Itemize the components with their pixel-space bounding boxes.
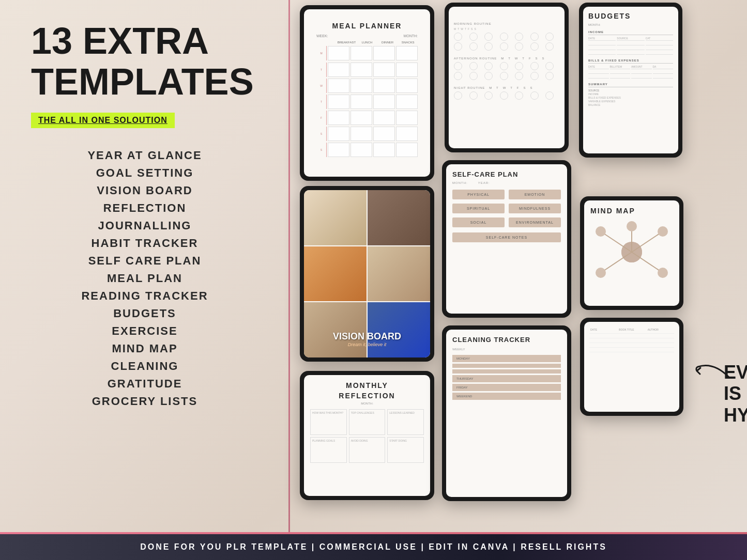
meal-row: F <box>316 111 418 125</box>
reading-row <box>589 349 674 352</box>
list-item: YEAR AT GLANCE <box>31 149 258 162</box>
meal-row: M <box>316 46 418 61</box>
cleaning-screen: CLEANING TRACKER WEEKLY MONDAY THURSDAY … <box>446 330 567 497</box>
hyperlink-callout: EVERY PAGE IS HYPERLINKED <box>724 362 747 426</box>
meal-row: S <box>316 127 418 141</box>
list-item: JOURNALLING <box>31 219 258 232</box>
reading-row <box>589 339 674 343</box>
night-routine: NIGHT ROUTINE M T W T F S S <box>454 86 559 100</box>
tablet-self-care: SELF-CARE PLAN MONTH: YEAR: PHYSICAL EMO… <box>442 160 571 318</box>
banner-text: DONE FOR YOU PLR TEMPLATE | COMMERCIAL U… <box>140 542 607 552</box>
reading-screen: DATE BOOK TITLE AUTHOR <box>584 322 679 412</box>
subtitle-badge: THE ALL IN ONE SOLOUTION <box>31 113 175 128</box>
tablet-reading-tracker: DATE BOOK TITLE AUTHOR <box>580 318 683 416</box>
meal-row: T <box>316 63 418 77</box>
svg-point-6 <box>596 226 606 237</box>
budgets-title: BUDGETS <box>588 12 673 20</box>
reading-header: DATE BOOK TITLE AUTHOR <box>589 327 674 334</box>
reading-row <box>589 335 674 338</box>
self-care-notes: SELF-CARE NOTES <box>452 232 561 242</box>
list-item: BUDGETS <box>31 307 258 320</box>
budgets-screen: BUDGETS MONTH: INCOME DATESOURCECAT BILL… <box>583 7 678 153</box>
left-panel: 13 EXTRA TEMPLATES THE ALL IN ONE SOLOUT… <box>0 0 289 506</box>
list-item: GOAL SETTING <box>31 166 258 180</box>
vision-family-img <box>304 302 367 357</box>
list-item: GROCERY LISTS <box>31 395 258 408</box>
list-item: GRATITUDE <box>31 377 258 391</box>
reflection-cell: AVOID DOING <box>349 437 386 463</box>
reading-row <box>589 344 674 348</box>
mind-map-visual <box>590 221 673 283</box>
svg-line-2 <box>632 231 663 252</box>
income-section: INCOME DATESOURCECAT <box>588 30 673 55</box>
bills-section: BILLS & FIXED EXPENSES DATEBILL/ITEMAMOU… <box>588 59 673 79</box>
svg-line-3 <box>601 252 632 273</box>
tablet-mind-map: MIND MAP <box>580 196 683 310</box>
title-line1: 13 EXTRA <box>31 20 209 61</box>
meal-row: T <box>316 95 418 109</box>
list-item: CLEANING <box>31 360 258 373</box>
reflection-screen: MONTHLY REFLECTION MONTH: HOW WAS THIS M… <box>304 375 430 496</box>
svg-point-7 <box>658 226 668 237</box>
tablet-budgets: BUDGETS MONTH: INCOME DATESOURCECAT BILL… <box>579 3 682 158</box>
list-item: REFLECTION <box>31 201 258 215</box>
reflection-cell: LESSONS LEARNED <box>387 409 424 435</box>
svg-point-9 <box>658 268 668 278</box>
reflection-cell: HOW WAS THIS MONTH? <box>310 409 347 435</box>
cleaning-days: MONDAY THURSDAY FRIDAY WEEKEND <box>452 355 561 400</box>
list-item: MEAL PLAN <box>31 272 258 285</box>
reflection-cell: PLANNING GOALS <box>310 437 347 463</box>
svg-line-4 <box>632 252 663 273</box>
right-panel: MEAL PLANNER WEEK: MONTH: BREAKFAST LUNC… <box>289 0 747 506</box>
list-item: EXERCISE <box>31 324 258 338</box>
meal-planner-title: MEAL PLANNER <box>316 22 418 30</box>
svg-line-1 <box>601 231 632 252</box>
tablet-vision-board: VISION BOARD Dream it, believe it <box>300 186 434 362</box>
meal-grid-header: BREAKFAST LUNCH DINNER SNACKS <box>316 41 418 44</box>
mind-map-screen: MIND MAP <box>584 200 679 306</box>
self-care-grid: PHYSICAL EMOTION SPIRITUAL MINDFULNESS S… <box>452 190 561 227</box>
vision-house-img <box>304 190 367 245</box>
morning-routine: MORNING ROUTINE MTWTFSS <box>454 22 559 51</box>
template-list: YEAR AT GLANCE GOAL SETTING VISION BOARD… <box>31 149 258 408</box>
arrow-icon <box>693 351 734 382</box>
reflection-cell: START DOING <box>387 437 424 463</box>
vertical-divider <box>288 0 290 532</box>
list-item: READING TRACKER <box>31 289 258 303</box>
tablet-routine: MORNING ROUTINE MTWTFSS AFTERNOON ROUT <box>445 3 569 152</box>
reflection-cell: TOP CHALLENGES <box>349 409 386 435</box>
list-item: SELF CARE PLAN <box>31 254 258 268</box>
svg-point-8 <box>596 268 606 278</box>
tablet-cleaning-tracker: CLEANING TRACKER WEEKLY MONDAY THURSDAY … <box>442 325 571 501</box>
main-title: 13 EXTRA TEMPLATES <box>31 21 258 102</box>
summary-section: SUMMARY SOURCE INCOME BILLS & FIXED EXPE… <box>588 83 673 106</box>
reflection-grid: HOW WAS THIS MONTH? TOP CHALLENGES LESSO… <box>310 409 424 463</box>
meal-row: S <box>316 143 418 157</box>
svg-point-10 <box>627 221 637 231</box>
meal-row: W <box>316 79 418 93</box>
vision-sunset-img <box>304 246 367 302</box>
list-item: VISION BOARD <box>31 184 258 197</box>
vision-board-screen: VISION BOARD Dream it, believe it <box>304 190 430 357</box>
tablet-meal-planner: MEAL PLANNER WEEK: MONTH: BREAKFAST LUNC… <box>300 5 434 181</box>
cleaning-title: CLEANING TRACKER <box>452 336 561 344</box>
mind-map-title: MIND MAP <box>590 207 673 215</box>
vision-car-img <box>368 302 430 357</box>
routine-screen: MORNING ROUTINE MTWTFSS AFTERNOON ROUT <box>449 7 565 148</box>
afternoon-routine: AFTERNOON ROUTINE M T W T F S S <box>454 57 559 80</box>
tablet-monthly-reflection: MONTHLY REFLECTION MONTH: HOW WAS THIS M… <box>300 371 434 500</box>
title-line2: TEMPLATES <box>31 61 254 102</box>
mind-map-svg <box>590 221 673 283</box>
self-care-title: SELF-CARE PLAN <box>452 170 561 178</box>
list-item: HABIT TRACKER <box>31 237 258 250</box>
bottom-banner: DONE FOR YOU PLR TEMPLATE | COMMERCIAL U… <box>0 534 747 560</box>
vision-food-img <box>368 190 430 245</box>
self-care-screen: SELF-CARE PLAN MONTH: YEAR: PHYSICAL EMO… <box>446 164 567 314</box>
reflection-title: MONTHLY <box>310 381 424 390</box>
reflection-title2: REFLECTION <box>310 392 424 400</box>
cleaning-weekly: WEEKLY <box>452 348 561 351</box>
meal-planner-screen: MEAL PLANNER WEEK: MONTH: BREAKFAST LUNC… <box>304 9 430 177</box>
callout-line2: HYPERLINKED <box>724 405 747 426</box>
list-item: MIND MAP <box>31 342 258 355</box>
vision-bird-img <box>368 246 430 302</box>
